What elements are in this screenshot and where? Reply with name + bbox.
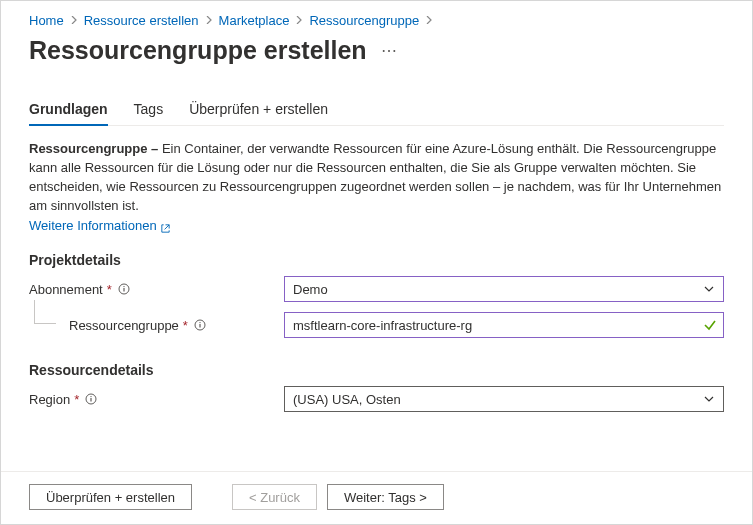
- more-icon[interactable]: ⋯: [381, 41, 399, 60]
- resource-group-label: Ressourcengruppe: [69, 318, 179, 333]
- hierarchy-connector: [34, 300, 56, 324]
- region-select[interactable]: (USA) USA, Osten: [284, 386, 724, 412]
- back-button: < Zurück: [232, 484, 317, 510]
- description-lead: Ressourcengruppe –: [29, 141, 162, 156]
- subscription-select[interactable]: Demo: [284, 276, 724, 302]
- section-project-details: Projektdetails: [29, 252, 724, 268]
- breadcrumb-home[interactable]: Home: [29, 13, 64, 28]
- resource-group-input[interactable]: [293, 318, 695, 333]
- required-indicator: *: [74, 392, 79, 407]
- section-resource-details: Ressourcendetails: [29, 362, 724, 378]
- info-icon[interactable]: [118, 283, 130, 295]
- subscription-value: Demo: [293, 282, 328, 297]
- breadcrumb: Home Ressource erstellen Marketplace Res…: [29, 11, 724, 28]
- chevron-right-icon: [205, 16, 213, 26]
- required-indicator: *: [107, 282, 112, 297]
- review-create-button[interactable]: Überprüfen + erstellen: [29, 484, 192, 510]
- required-indicator: *: [183, 318, 188, 333]
- region-label: Region: [29, 392, 70, 407]
- svg-point-7: [91, 396, 92, 397]
- info-icon[interactable]: [194, 319, 206, 331]
- footer: Überprüfen + erstellen < Zurück Weiter: …: [1, 471, 752, 524]
- chevron-down-icon: [703, 283, 715, 295]
- external-link-icon: [160, 221, 171, 232]
- description: Ressourcengruppe – Ein Container, der ve…: [29, 140, 724, 236]
- chevron-right-icon: [425, 16, 433, 26]
- region-value: (USA) USA, Osten: [293, 392, 401, 407]
- breadcrumb-marketplace[interactable]: Marketplace: [219, 13, 290, 28]
- chevron-down-icon: [703, 393, 715, 405]
- subscription-label: Abonnement: [29, 282, 103, 297]
- page-title: Ressourcengruppe erstellen: [29, 36, 367, 65]
- check-icon: [703, 318, 717, 332]
- tab-basics[interactable]: Grundlagen: [29, 95, 108, 125]
- svg-rect-8: [91, 398, 92, 402]
- tab-tags[interactable]: Tags: [134, 95, 164, 125]
- learn-more-label: Weitere Informationen: [29, 217, 157, 236]
- svg-point-1: [123, 286, 124, 287]
- svg-rect-5: [199, 324, 200, 328]
- info-icon[interactable]: [85, 393, 97, 405]
- next-button[interactable]: Weiter: Tags >: [327, 484, 444, 510]
- breadcrumb-create-resource[interactable]: Ressource erstellen: [84, 13, 199, 28]
- resource-group-input-wrap: [284, 312, 724, 338]
- chevron-right-icon: [70, 16, 78, 26]
- chevron-right-icon: [295, 16, 303, 26]
- svg-rect-2: [123, 288, 124, 292]
- svg-point-4: [199, 322, 200, 323]
- breadcrumb-resource-group[interactable]: Ressourcengruppe: [309, 13, 419, 28]
- learn-more-link[interactable]: Weitere Informationen: [29, 217, 171, 236]
- tabs: Grundlagen Tags Überprüfen + erstellen: [29, 95, 724, 126]
- tab-review-create[interactable]: Überprüfen + erstellen: [189, 95, 328, 125]
